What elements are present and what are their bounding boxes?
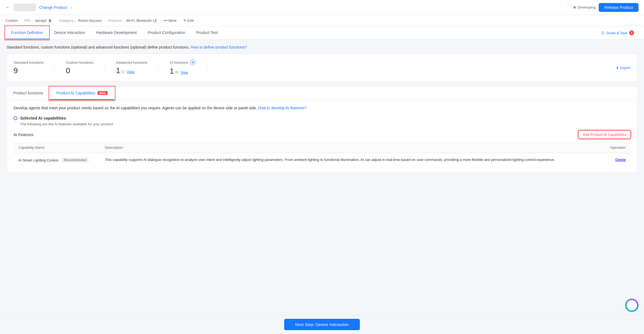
floating-icon-inner bbox=[627, 300, 637, 311]
protocol-value: Wi-Fi, Bluetooth LE bbox=[126, 18, 157, 23]
selected-cap-title: Selected AI capabilities bbox=[20, 116, 66, 120]
ai-view-link[interactable]: View bbox=[180, 70, 188, 75]
category-label: Category： bbox=[59, 18, 77, 23]
pid-label: PID： bbox=[25, 18, 34, 23]
stats-card: Standard functions 9 Custom functions 0 … bbox=[7, 54, 637, 81]
tab-product-configuration[interactable]: Product Configuration bbox=[142, 26, 191, 39]
bottom-action-bar: Next Step: Device Interaction bbox=[0, 315, 644, 318]
main-tab-bar: Function Definition Device Interaction H… bbox=[0, 26, 644, 39]
advanced-functions-stat: Advanced functions 1 /2 View bbox=[116, 60, 159, 75]
sub-tab-bar: Product functions Product AI Capabilitie… bbox=[7, 87, 637, 100]
cap-actions-row: AI Features Add Product AI Capabilities bbox=[14, 131, 630, 139]
selected-cap-header: Selected AI capabilities bbox=[14, 116, 630, 120]
capabilities-table: Capability Name Description Operation AI… bbox=[14, 142, 630, 167]
advanced-functions-label: Advanced functions bbox=[116, 60, 147, 65]
ai-icon: AI bbox=[190, 60, 196, 65]
selected-cap-desc: The following are the AI features availa… bbox=[14, 122, 630, 126]
protocol-group: Protocol： Wi-Fi, Bluetooth LE bbox=[108, 18, 157, 23]
developing-label: Developing bbox=[577, 5, 595, 9]
edit-button[interactable]: ✎ Edit bbox=[183, 18, 194, 23]
recommended-tag: Recommended bbox=[62, 158, 88, 163]
category-group: Category： Robot Vacuum bbox=[59, 18, 102, 23]
custom-functions-value: 0 bbox=[66, 66, 93, 75]
ai-description: Develop agents that meet your product ne… bbox=[14, 106, 630, 110]
capability-name-cell: AI Smart Lighting Control Recommended bbox=[14, 153, 101, 167]
export-button[interactable]: ⬇ Export bbox=[616, 66, 630, 70]
ai-capabilities-content: Develop agents that meet your product ne… bbox=[7, 100, 637, 173]
table-row: AI Smart Lighting Control Recommended Th… bbox=[14, 153, 630, 167]
col-capability-name: Capability Name bbox=[14, 142, 101, 153]
capability-description-cell: This capability supports AI dialogue rec… bbox=[101, 153, 603, 167]
tab-hardware-development[interactable]: Hardware Development bbox=[91, 26, 142, 39]
capability-name: AI Smart Lighting Control bbox=[18, 158, 58, 162]
change-product-btn[interactable]: Change Product bbox=[39, 5, 67, 10]
info-text: Standard functions, custom functions (op… bbox=[7, 45, 637, 49]
advanced-view-link[interactable]: View bbox=[127, 70, 134, 74]
guide-task-button[interactable]: ☷ Guide & Task 4 bbox=[597, 26, 638, 39]
pid-group: PID： latzap2 ▮ bbox=[25, 18, 52, 23]
logo bbox=[14, 4, 36, 11]
capability-operation-cell: Delete bbox=[603, 153, 630, 167]
standard-functions-label: Standard functions bbox=[14, 60, 43, 65]
pid-copy-button[interactable]: ▮ bbox=[48, 18, 52, 23]
advanced-functions-value: 1 /2 View bbox=[116, 66, 147, 75]
sub-info-bar: Custom PID： latzap2 ▮ Category： Robot Va… bbox=[0, 15, 644, 26]
export-icon: ⬇ bbox=[616, 66, 619, 70]
change-product-arrow-icon: ⬦ bbox=[70, 6, 72, 9]
tab-device-interaction[interactable]: Device Interaction bbox=[49, 26, 91, 39]
col-operation: Operation bbox=[603, 142, 630, 153]
custom-functions-stat: Custom functions 0 bbox=[66, 60, 105, 75]
guide-icon: ☷ bbox=[601, 31, 605, 35]
sub-tab-product-functions[interactable]: Product functions bbox=[7, 87, 50, 100]
tab-function-definition[interactable]: Function Definition bbox=[6, 26, 49, 39]
new-badge: New bbox=[97, 91, 108, 95]
back-icon[interactable]: ← bbox=[6, 4, 10, 10]
blue-dot-icon bbox=[14, 116, 17, 120]
delete-capability-button[interactable]: Delete bbox=[615, 158, 626, 162]
ai-functions-stat: AI functions AI 1 /6 View bbox=[170, 60, 207, 76]
tab-product-test[interactable]: Product Test bbox=[191, 26, 223, 39]
release-product-button[interactable]: Release Product bbox=[599, 3, 638, 12]
standard-functions-value: 9 bbox=[14, 66, 43, 75]
guide-task-label: Guide & Task bbox=[606, 31, 627, 35]
custom-functions-label: Custom functions bbox=[66, 60, 93, 65]
developing-dot-icon bbox=[574, 6, 576, 9]
ai-desc-link[interactable]: How to develop AI features? bbox=[258, 106, 307, 110]
ai-functions-label: AI functions AI bbox=[170, 60, 196, 65]
category-value: Robot Vacuum bbox=[78, 18, 102, 23]
product-type: Custom bbox=[6, 18, 18, 23]
more-button[interactable]: ••• More bbox=[164, 18, 177, 23]
tab-spacer bbox=[223, 26, 597, 39]
protocol-label: Protocol： bbox=[108, 18, 125, 23]
ai-features-label: AI Features bbox=[14, 132, 33, 137]
col-description: Description bbox=[101, 142, 603, 153]
main-content: Standard functions, custom functions (op… bbox=[0, 39, 644, 318]
table-header-row: Capability Name Description Operation bbox=[14, 142, 630, 153]
guide-task-badge: 4 bbox=[629, 30, 634, 35]
developing-status: Developing bbox=[574, 5, 595, 9]
sub-tab-product-ai-capabilities[interactable]: Product AI Capabilities New bbox=[50, 87, 114, 100]
top-nav: ← Change Product ⬦ Developing Release Pr… bbox=[0, 0, 644, 15]
floating-ai-icon[interactable] bbox=[625, 299, 638, 312]
pid-value: latzap2 bbox=[35, 18, 47, 23]
add-product-ai-capabilities-button[interactable]: Add Product AI Capabilities bbox=[579, 131, 630, 139]
standard-functions-stat: Standard functions 9 bbox=[14, 60, 55, 75]
info-link[interactable]: How to define product functions? bbox=[191, 45, 247, 49]
ai-functions-value: 1 /6 View bbox=[170, 67, 196, 76]
